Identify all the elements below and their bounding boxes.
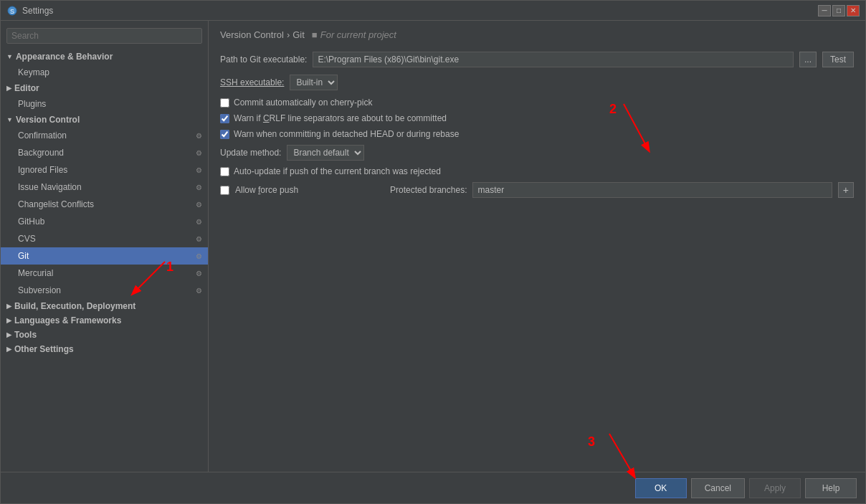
breadcrumb-part2: Git (292, 29, 305, 40)
sidebar-item-version-control[interactable]: ▼ Version Control (1, 113, 208, 127)
sidebar-item-build-execution[interactable]: ▶ Build, Execution, Deployment (1, 299, 208, 313)
expand-icon-editor: ▶ (6, 85, 11, 92)
sidebar-item-issue-navigation[interactable]: Issue Navigation ⚙ (1, 179, 208, 196)
expand-icon: ▼ (6, 53, 13, 60)
detached-head-label: Warn when committing in detached HEAD or… (234, 129, 459, 139)
svg-text:S: S (10, 8, 14, 15)
update-method-row: Update method: Branch default Merge Reba… (220, 145, 854, 161)
sidebar-item-git[interactable]: Git ⚙ (1, 247, 208, 265)
sidebar-item-languages[interactable]: ▶ Languages & Frameworks (1, 313, 208, 328)
force-push-row: Allow force push Protected branches: + (220, 182, 854, 198)
settings-icon-ignored: ⚙ (196, 165, 202, 176)
settings-icon-background: ⚙ (196, 148, 202, 158)
expand-icon-other: ▶ (6, 346, 11, 353)
force-push-checkbox[interactable] (220, 186, 229, 195)
cancel-button[interactable]: Cancel (691, 478, 745, 498)
breadcrumb-part3: For current project (320, 29, 396, 40)
sidebar-item-mercurial[interactable]: Mercurial ⚙ (1, 265, 208, 282)
sidebar-item-tools[interactable]: ▶ Tools (1, 328, 208, 342)
settings-icon-subversion: ⚙ (196, 285, 202, 296)
ssh-label: SSH executable: (220, 77, 284, 87)
sidebar-item-ignored-files[interactable]: Ignored Files ⚙ (1, 161, 208, 179)
settings-icon-changelist: ⚙ (196, 199, 202, 210)
sidebar-item-github[interactable]: GitHub ⚙ (1, 213, 208, 230)
maximize-button[interactable]: □ (832, 5, 845, 16)
ok-button[interactable]: OK (635, 478, 687, 498)
expand-icon-build: ▶ (6, 303, 11, 310)
expand-icon-lang: ▶ (6, 317, 11, 324)
breadcrumb-bullet: ■ (312, 29, 318, 40)
protected-branches-label: Protected branches: (390, 185, 467, 195)
update-method-label: Update method: (220, 148, 281, 158)
cherry-pick-row: Commit automatically on cherry-pick (220, 98, 854, 108)
window-controls: ─ □ ✕ (818, 5, 860, 16)
crlf-label: Warn if CRLF line separators are about t… (234, 113, 447, 123)
crlf-checkbox[interactable] (220, 114, 229, 123)
sidebar-item-cvs[interactable]: CVS ⚙ (1, 230, 208, 247)
minimize-button[interactable]: ─ (818, 5, 831, 16)
close-button[interactable]: ✕ (847, 5, 860, 16)
settings-icon-mercurial: ⚙ (196, 268, 202, 279)
search-input[interactable] (6, 28, 202, 44)
git-path-input[interactable] (313, 52, 794, 67)
expand-icon-vc: ▼ (6, 116, 13, 123)
sidebar-item-subversion[interactable]: Subversion ⚙ (1, 282, 208, 299)
sidebar-item-appearance[interactable]: ▼ Appearance & Behavior (1, 49, 208, 64)
sidebar-item-confirmation[interactable]: Confirmation ⚙ (1, 127, 208, 144)
settings-icon-cvs: ⚙ (196, 234, 202, 244)
cherry-pick-checkbox[interactable] (220, 98, 229, 108)
detached-head-checkbox[interactable] (220, 130, 229, 139)
cherry-pick-label: Commit automatically on cherry-pick (234, 98, 372, 108)
auto-update-label: Auto-update if push of the current branc… (234, 166, 441, 176)
sidebar: ▼ Appearance & Behavior Keymap ▶ Editor … (1, 21, 209, 472)
ssh-select[interactable]: Built-in Native (290, 75, 338, 90)
app-icon: S (6, 5, 18, 16)
sidebar-item-background[interactable]: Background ⚙ (1, 144, 208, 161)
sidebar-item-changelist-conflicts[interactable]: Changelist Conflicts ⚙ (1, 196, 208, 213)
update-method-select[interactable]: Branch default Merge Rebase (287, 145, 364, 161)
test-button[interactable]: Test (822, 52, 854, 67)
git-path-row: Path to Git executable: ... Test (220, 52, 854, 67)
git-path-label: Path to Git executable: (220, 54, 307, 65)
crlf-row: Warn if CRLF line separators are about t… (220, 113, 854, 123)
detached-head-row: Warn when committing in detached HEAD or… (220, 129, 854, 139)
browse-button[interactable]: ... (799, 52, 817, 67)
settings-icon-issue: ⚙ (196, 182, 202, 193)
settings-icon-github: ⚙ (196, 217, 202, 227)
breadcrumb: Version Control › Git ■ For current proj… (220, 29, 854, 40)
settings-icon-git: ⚙ (196, 251, 202, 262)
add-protected-button[interactable]: + (838, 182, 854, 198)
help-button[interactable]: Help (805, 478, 857, 498)
sidebar-item-keymap[interactable]: Keymap (1, 64, 208, 81)
sidebar-item-other-settings[interactable]: ▶ Other Settings (1, 342, 208, 356)
settings-icon-confirmation: ⚙ (196, 130, 202, 141)
protected-branches-input[interactable] (472, 182, 832, 198)
breadcrumb-part1: Version Control (220, 29, 284, 40)
auto-update-row: Auto-update if push of the current branc… (220, 166, 854, 176)
ssh-row: SSH executable: Built-in Native (220, 75, 854, 90)
apply-button[interactable]: Apply (749, 478, 801, 498)
force-push-label: Allow force push (235, 185, 298, 195)
sidebar-item-plugins[interactable]: Plugins (1, 95, 208, 113)
breadcrumb-sep: › (287, 29, 290, 40)
auto-update-checkbox[interactable] (220, 167, 229, 176)
window-title: Settings (22, 6, 818, 16)
sidebar-item-editor[interactable]: ▶ Editor (1, 81, 208, 95)
footer: OK Cancel Apply Help (1, 472, 865, 503)
content-area: Version Control › Git ■ For current proj… (209, 21, 865, 472)
expand-icon-tools: ▶ (6, 331, 11, 338)
